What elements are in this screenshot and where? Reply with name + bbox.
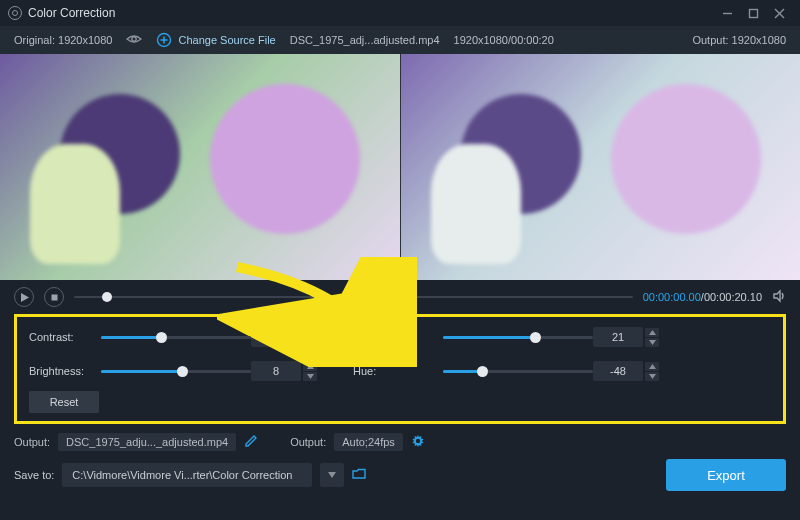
contrast-value[interactable]: -19 [251,327,301,347]
plus-circle-icon [156,32,172,48]
saturation-value[interactable]: 21 [593,327,643,347]
app-icon [8,6,22,20]
save-path-input[interactable]: C:\Vidmore\Vidmore Vi...rter\Color Corre… [62,463,312,487]
browse-folder-icon[interactable] [352,467,366,483]
brightness-stepper[interactable] [303,362,353,381]
current-time: 00:00:00.00 [643,291,701,303]
change-source-label: Change Source File [178,34,275,46]
hue-slider[interactable] [443,370,593,373]
svg-marker-21 [328,472,336,478]
output-file-label: Output: [14,436,50,448]
info-bar: Original: 1920x1080 Change Source File D… [0,26,800,54]
svg-point-4 [132,37,136,41]
close-button[interactable] [766,3,792,23]
svg-rect-1 [749,9,757,17]
svg-marker-17 [649,364,656,369]
play-button[interactable] [14,287,34,307]
preview-adjusted [400,54,801,280]
color-adjust-panel: Contrast: -19 Saturation: 21 Brightness:… [14,314,786,424]
save-to-label: Save to: [14,469,54,481]
svg-marker-8 [21,293,29,302]
maximize-button[interactable] [740,3,766,23]
preview-toggle-icon[interactable] [126,33,142,47]
contrast-slider[interactable] [101,336,251,339]
svg-marker-15 [307,364,314,369]
total-time: /00:00:20.10 [701,291,762,303]
preview-original [0,54,400,280]
output-file-row: Output: DSC_1975_adju..._adjusted.mp4 Ou… [0,430,800,454]
change-source-button[interactable]: Change Source File [156,32,275,48]
brightness-label: Brightness: [29,365,101,377]
save-path-dropdown[interactable] [320,463,344,487]
saturation-slider[interactable] [443,336,593,339]
volume-icon[interactable] [772,289,786,306]
svg-marker-16 [307,374,314,379]
svg-rect-9 [51,294,57,300]
save-row: Save to: C:\Vidmore\Vidmore Vi...rter\Co… [0,454,800,496]
contrast-stepper[interactable] [303,328,353,347]
brightness-slider[interactable] [101,370,251,373]
source-filename: DSC_1975_adj...adjusted.mp4 [290,34,440,46]
preview-row [0,54,800,280]
saturation-label: Saturation: [353,331,443,343]
output-file-value: DSC_1975_adju..._adjusted.mp4 [58,433,236,451]
svg-marker-11 [307,330,314,335]
window-title: Color Correction [28,6,115,20]
saturation-stepper[interactable] [645,328,683,347]
export-button[interactable]: Export [666,459,786,491]
svg-marker-18 [649,374,656,379]
contrast-label: Contrast: [29,331,101,343]
titlebar: Color Correction [0,0,800,26]
brightness-value[interactable]: 8 [251,361,301,381]
hue-value[interactable]: -48 [593,361,643,381]
output-resolution-label: Output: 1920x1080 [692,34,786,46]
timeline-slider[interactable] [74,296,633,298]
svg-marker-12 [307,340,314,345]
hue-stepper[interactable] [645,362,683,381]
transport-bar: 00:00:00.00/00:00:20.10 [0,280,800,314]
minimize-button[interactable] [714,3,740,23]
source-meta: 1920x1080/00:00:20 [454,34,554,46]
svg-marker-13 [649,330,656,335]
svg-marker-14 [649,340,656,345]
reset-button[interactable]: Reset [29,391,99,413]
output-format-value: Auto;24fps [334,433,403,451]
hue-label: Hue: [353,365,443,377]
original-resolution-label: Original: 1920x1080 [14,34,112,46]
output-format-label: Output: [290,436,326,448]
time-readout: 00:00:00.00/00:00:20.10 [643,291,762,303]
stop-button[interactable] [44,287,64,307]
svg-point-20 [416,439,420,443]
format-settings-icon[interactable] [411,434,425,450]
edit-filename-icon[interactable] [244,434,258,450]
